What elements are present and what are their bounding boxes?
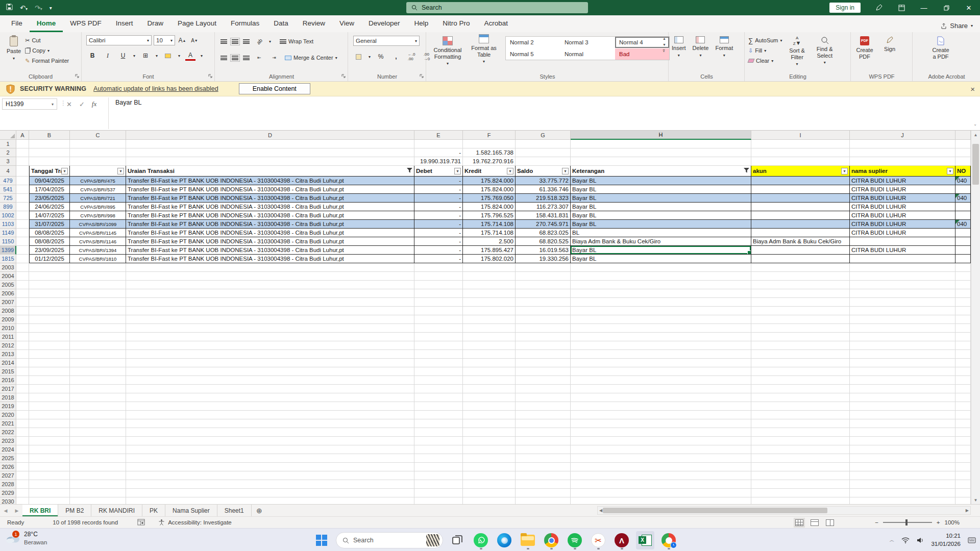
row-header-2030[interactable]: 2030 bbox=[0, 497, 16, 504]
sheet-nav-right-icon[interactable]: ▶ bbox=[11, 505, 22, 516]
column-header-B[interactable]: B bbox=[29, 131, 70, 140]
cell[interactable] bbox=[850, 263, 955, 272]
cell-ref-1150[interactable]: CVPAS/BRI/1146 bbox=[70, 237, 126, 246]
cell[interactable] bbox=[29, 298, 70, 307]
cell-keterangan-899[interactable]: Bayar BL bbox=[571, 203, 751, 211]
cell[interactable] bbox=[29, 480, 70, 489]
cell[interactable] bbox=[29, 350, 70, 359]
restore-button[interactable] bbox=[935, 0, 958, 15]
cell-no-1002[interactable] bbox=[955, 211, 971, 220]
cell[interactable] bbox=[414, 480, 463, 489]
cell[interactable] bbox=[70, 315, 126, 324]
row-header-2[interactable]: 2 bbox=[0, 148, 16, 157]
cell[interactable] bbox=[516, 140, 571, 148]
cell[interactable] bbox=[29, 411, 70, 419]
cell[interactable] bbox=[516, 376, 571, 385]
cell-kredit-1149[interactable]: 175.714.108 bbox=[463, 229, 516, 237]
cell[interactable] bbox=[571, 289, 751, 298]
cell[interactable] bbox=[414, 419, 463, 428]
cell[interactable] bbox=[29, 140, 70, 148]
tab-wps-pdf[interactable]: WPS PDF bbox=[63, 16, 109, 32]
cell[interactable] bbox=[414, 359, 463, 367]
cell[interactable] bbox=[414, 385, 463, 393]
font-color-icon[interactable]: A bbox=[185, 51, 195, 61]
column-header-I[interactable]: I bbox=[751, 131, 850, 140]
scroll-down-icon[interactable]: ▼ bbox=[971, 496, 980, 504]
cell[interactable] bbox=[16, 359, 29, 367]
cell[interactable] bbox=[751, 350, 850, 359]
cell[interactable] bbox=[16, 246, 29, 255]
normal-view-icon[interactable] bbox=[795, 519, 803, 526]
cell-suplier-725[interactable]: CITRA BUDI LUHUR bbox=[850, 194, 955, 203]
header-debet[interactable]: Debet▾ bbox=[414, 166, 463, 177]
cell[interactable] bbox=[70, 367, 126, 376]
cell[interactable] bbox=[571, 376, 751, 385]
increase-indent-icon[interactable]: ⇥ bbox=[269, 53, 279, 63]
cell[interactable] bbox=[29, 324, 70, 333]
cell[interactable] bbox=[850, 428, 955, 437]
cell[interactable] bbox=[463, 315, 516, 324]
cell-keterangan-1150[interactable]: Biaya Adm Bank & Buku Cek/Giro bbox=[571, 237, 751, 246]
cell[interactable] bbox=[29, 359, 70, 367]
column-header-D[interactable]: D bbox=[126, 131, 414, 140]
cell-akun-1399[interactable] bbox=[751, 246, 850, 255]
cell[interactable] bbox=[16, 220, 29, 229]
start-icon[interactable] bbox=[312, 531, 331, 549]
cell[interactable] bbox=[463, 281, 516, 289]
row-header-1399[interactable]: 1399 bbox=[0, 246, 16, 255]
cell-akun-1149[interactable] bbox=[751, 229, 850, 237]
cell[interactable] bbox=[126, 289, 414, 298]
cell-kredit-1002[interactable]: 175.796.525 bbox=[463, 211, 516, 220]
cell[interactable] bbox=[850, 281, 955, 289]
filter-dropdown-icon[interactable]: ▾ bbox=[117, 168, 124, 174]
cell[interactable] bbox=[126, 315, 414, 324]
cell-no-1815[interactable] bbox=[955, 255, 971, 263]
increase-font-icon[interactable]: A▲ bbox=[177, 35, 187, 45]
cell[interactable] bbox=[16, 157, 29, 166]
cell[interactable] bbox=[516, 489, 571, 497]
row-header-2005[interactable]: 2005 bbox=[0, 281, 16, 289]
gallery-up-icon[interactable]: ▲ bbox=[663, 37, 666, 40]
cell[interactable] bbox=[516, 307, 571, 315]
cell[interactable] bbox=[126, 402, 414, 411]
cell-E2[interactable]: - bbox=[414, 148, 463, 157]
cell[interactable] bbox=[850, 157, 955, 166]
column-header-G[interactable]: G bbox=[516, 131, 571, 140]
row-header-2003[interactable]: 2003 bbox=[0, 263, 16, 272]
cell-no-899[interactable] bbox=[955, 203, 971, 211]
header-tanggal-transaksi[interactable]: Tanggal Transaksi▾ bbox=[29, 166, 70, 177]
row-header-479[interactable]: 479 bbox=[0, 177, 16, 185]
file-explorer-icon[interactable] bbox=[519, 531, 537, 549]
style-swatch-normal[interactable]: Normal bbox=[560, 48, 615, 60]
row-header-1002[interactable]: 1002 bbox=[0, 211, 16, 220]
tab-help[interactable]: Help bbox=[407, 16, 436, 32]
cell[interactable] bbox=[126, 367, 414, 376]
cell-date-479[interactable]: 09/04/2025 bbox=[29, 177, 70, 185]
cell[interactable] bbox=[571, 445, 751, 454]
cell-debet-1399[interactable]: - bbox=[414, 246, 463, 255]
cell[interactable] bbox=[955, 333, 971, 341]
cell[interactable] bbox=[751, 148, 850, 157]
cell[interactable] bbox=[16, 281, 29, 289]
cell[interactable] bbox=[751, 367, 850, 376]
cell[interactable] bbox=[70, 471, 126, 480]
row-header-1815[interactable]: 1815 bbox=[0, 255, 16, 263]
cell[interactable] bbox=[126, 419, 414, 428]
underline-icon[interactable]: U bbox=[118, 51, 128, 61]
gallery-down-icon[interactable]: ▼ bbox=[663, 43, 666, 46]
spotify-icon[interactable] bbox=[566, 531, 584, 549]
cell[interactable] bbox=[850, 454, 955, 463]
cell[interactable] bbox=[126, 428, 414, 437]
cell[interactable] bbox=[16, 148, 29, 157]
cell-kredit-541[interactable]: 175.824.000 bbox=[463, 185, 516, 194]
row-header-2009[interactable]: 2009 bbox=[0, 315, 16, 324]
style-swatch-normal-2[interactable]: Normal 2 bbox=[506, 37, 560, 48]
cell[interactable] bbox=[751, 463, 850, 471]
style-swatch-normal-4[interactable]: Normal 4 bbox=[615, 37, 669, 48]
cell-saldo-1149[interactable]: 68.823.025 bbox=[516, 229, 571, 237]
tab-data[interactable]: Data bbox=[266, 16, 296, 32]
cell[interactable] bbox=[16, 445, 29, 454]
cell[interactable] bbox=[414, 333, 463, 341]
cell[interactable] bbox=[516, 445, 571, 454]
cell[interactable] bbox=[955, 428, 971, 437]
